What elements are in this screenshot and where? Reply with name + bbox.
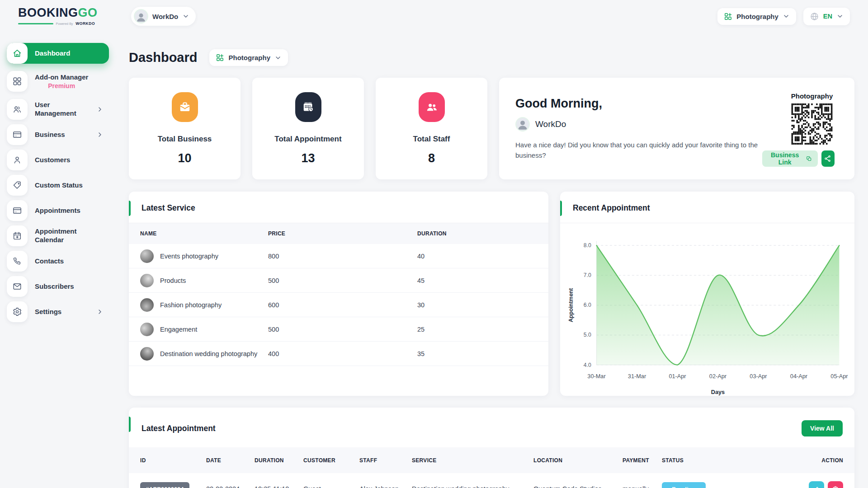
share-button[interactable] (821, 150, 835, 167)
qr-code (789, 103, 835, 145)
greeting-card: Good Morning, WorkDo Have a nice day! Di… (499, 78, 854, 179)
service-row[interactable]: Events photography 800 40 (129, 244, 548, 268)
logo-subline: Powered By WORKDO (18, 21, 95, 26)
stat-card-total-staff: Total Staff 8 (376, 78, 487, 179)
sidebar-item-addon-manager[interactable]: Add-on Manager Premium (7, 68, 109, 94)
stat-value: 8 (428, 151, 435, 165)
sidebar-item-customers[interactable]: Customers (7, 150, 109, 170)
workspace-name: WorkDo (152, 13, 178, 20)
chevron-right-icon (96, 106, 104, 113)
latest-service-card: Latest Service NAME PRICE DURATION Event… (129, 192, 548, 396)
business-link-label: Business Link (768, 151, 802, 166)
briefcase-icon (172, 92, 198, 122)
appointment-row: #APP0000024 20-02-2024 10:35-11:10 Guest… (129, 473, 854, 488)
status-badge: Pending (662, 482, 706, 488)
service-thumbnail (140, 323, 154, 336)
col-id: ID (140, 457, 206, 464)
recent-appointment-card: Recent Appointment 4.05.06.07.08.030-Mar… (560, 192, 854, 396)
workspace-selector[interactable]: WorkDo (131, 7, 196, 26)
sidebar-item-label: Add-on Manager (35, 73, 88, 82)
sidebar-item-settings[interactable]: Settings (7, 301, 109, 322)
sidebar: Dashboard Add-on Manager Premium User Ma… (7, 43, 109, 322)
latest-service-title: Latest Service (142, 203, 195, 213)
appointment-date: 20-02-2024 (206, 485, 255, 488)
svg-text:05-Apr: 05-Apr (830, 373, 848, 380)
service-row[interactable]: Engagement 500 25 (129, 317, 548, 342)
service-thumbnail (140, 274, 154, 287)
sidebar-item-contacts[interactable]: Contacts (7, 251, 109, 272)
col-payment: PAYMENT (623, 457, 662, 464)
business-selector-topbar[interactable]: Photography (717, 8, 796, 25)
greeting-user: WorkDo (535, 119, 566, 129)
language-selector[interactable]: EN (803, 8, 850, 25)
col-price: PRICE (268, 230, 417, 237)
calendar-clock-icon (295, 92, 321, 122)
grid-plus-icon (724, 12, 732, 21)
svg-text:Days: Days (711, 389, 725, 395)
chevron-down-icon (182, 13, 189, 20)
appointment-duration: 10:35-11:10 (255, 485, 303, 488)
topbar: BOOKINGGO Powered By WORKDO WorkDo Photo… (0, 0, 868, 33)
sidebar-item-appointment-calendar[interactable]: Appointment Calendar (7, 225, 109, 246)
service-name: Products (160, 277, 186, 284)
appointment-chart-svg: 4.05.06.07.08.030-Mar31-Mar01-Apr02-Apr0… (565, 227, 848, 404)
sidebar-item-label: User Management (35, 101, 89, 118)
trash-icon (832, 485, 839, 488)
sidebar-item-label: Settings (35, 308, 61, 316)
svg-text:5.0: 5.0 (584, 332, 591, 338)
col-duration: DURATION (255, 457, 303, 464)
col-status: STATUS (662, 457, 778, 464)
svg-text:7.0: 7.0 (584, 272, 591, 278)
business-link-button[interactable]: Business Link (762, 150, 818, 167)
stat-value: 10 (178, 151, 191, 165)
col-staff: STAFF (359, 457, 412, 464)
sidebar-item-user-management[interactable]: User Management (7, 99, 109, 120)
copy-icon (806, 155, 812, 163)
service-name: Events photography (160, 253, 218, 260)
stat-value: 13 (301, 151, 315, 165)
logo[interactable]: BOOKINGGO Powered By WORKDO (18, 7, 123, 26)
person-silhouette-icon (516, 118, 529, 131)
delete-button[interactable] (828, 481, 843, 488)
chevron-right-icon (96, 308, 104, 315)
sidebar-item-appointments[interactable]: Appointments (7, 200, 109, 221)
service-row[interactable]: Fashion photography 600 30 (129, 293, 548, 317)
logo-underline (18, 23, 53, 24)
powered-by-label: Powered By (56, 22, 73, 25)
service-duration: 25 (417, 326, 537, 333)
sidebar-item-business[interactable]: Business (7, 124, 109, 145)
sidebar-item-label: Business (35, 131, 65, 139)
sidebar-item-custom-status[interactable]: Custom Status (7, 175, 109, 196)
card-icon (7, 124, 28, 145)
service-table-header: NAME PRICE DURATION (129, 223, 548, 244)
chevron-right-icon (96, 131, 104, 138)
col-service: SERVICE (412, 457, 533, 464)
sidebar-item-label: Subscribers (35, 282, 74, 291)
service-name: Engagement (160, 326, 197, 333)
workspace-avatar (134, 9, 148, 23)
greeting-avatar (515, 117, 530, 131)
service-row[interactable]: Destination wedding photography 400 35 (129, 342, 548, 366)
stat-label: Total Staff (413, 135, 450, 144)
col-duration: DURATION (417, 230, 537, 237)
chevron-down-icon (783, 13, 790, 20)
calendar-icon (7, 225, 28, 246)
business-selector-page[interactable]: Photography (209, 49, 288, 66)
sidebar-item-label: Appointments (35, 206, 80, 215)
col-name: NAME (140, 230, 268, 237)
service-row[interactable]: Products 500 45 (129, 268, 548, 293)
premium-badge: Premium (48, 82, 75, 89)
business-selector-value: Photography (736, 13, 778, 20)
chevron-down-icon (274, 54, 282, 61)
service-thumbnail (140, 298, 154, 312)
sidebar-item-subscribers[interactable]: Subscribers (7, 276, 109, 297)
sidebar-item-label: Contacts (35, 257, 64, 266)
view-all-button[interactable]: View All (802, 420, 843, 436)
edit-button[interactable] (809, 481, 824, 488)
sidebar-item-label: Custom Status (35, 181, 83, 190)
sidebar-item-dashboard[interactable]: Dashboard (7, 43, 109, 64)
service-thumbnail (140, 249, 154, 263)
chevron-down-icon (836, 13, 844, 20)
svg-text:8.0: 8.0 (584, 242, 591, 249)
sidebar-item-label: Appointment Calendar (35, 227, 104, 244)
